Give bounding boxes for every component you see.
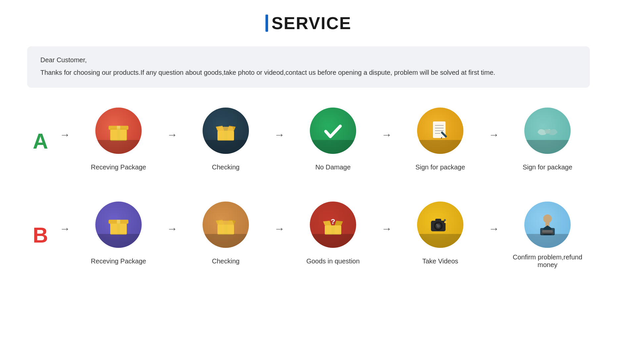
step-a-nodamage: No Damage	[291, 108, 375, 175]
step-a-sign2: Sign for package	[505, 108, 590, 175]
svg-rect-28	[331, 225, 335, 235]
arrow-a2: →	[268, 129, 291, 141]
flow-row-a: A → Receving Package →	[27, 108, 590, 175]
arrow-b2: →	[268, 223, 291, 235]
label-a-receiving: Receving Package	[91, 159, 146, 175]
flow-row-b: B → Receving Package →	[27, 202, 590, 269]
label-a-sign2: Sign for package	[523, 159, 572, 175]
label-a-checking: Checking	[212, 159, 239, 175]
arrow-b0: →	[54, 223, 76, 235]
notice-text: Thanks for choosing our products.If any …	[40, 67, 577, 78]
icon-receiving-b	[95, 202, 142, 248]
arrow-a3: →	[375, 129, 398, 141]
svg-rect-23	[224, 225, 227, 235]
svg-point-40	[543, 214, 552, 223]
notice-dear: Dear Customer,	[40, 56, 577, 64]
svg-marker-30	[335, 221, 343, 225]
step-a-receiving: Receving Package	[76, 108, 161, 175]
label-b-checking: Checking	[212, 253, 239, 269]
arrow-a0: →	[54, 129, 76, 141]
svg-rect-38	[444, 221, 447, 223]
icon-no-damage	[310, 108, 356, 154]
label-a-sign1: Sign for package	[415, 159, 465, 175]
arrow-a4: →	[483, 129, 505, 141]
svg-rect-45	[542, 230, 553, 233]
step-b-receiving: Receving Package	[76, 202, 161, 269]
step-b-confirm-refund: Confirm problem,refund money	[505, 202, 590, 269]
label-b-goods-question: Goods in question	[306, 253, 359, 269]
icon-receiving-a	[95, 108, 142, 154]
icon-sign-a	[417, 108, 463, 154]
arrow-b4: →	[483, 223, 505, 235]
arrow-b1: →	[161, 223, 183, 235]
svg-marker-9	[217, 127, 234, 131]
icon-checking-a	[203, 108, 249, 154]
arrow-a1: →	[161, 129, 183, 141]
title-accent-bar	[265, 15, 268, 32]
label-a-nodamage: No Damage	[315, 159, 351, 175]
step-a-sign1: Sign for package	[398, 108, 483, 175]
svg-rect-4	[117, 129, 120, 141]
icon-confirm-refund	[524, 202, 571, 248]
icon-checking-b	[203, 202, 249, 248]
icon-take-videos	[417, 202, 463, 248]
icon-handshake	[524, 108, 571, 154]
icon-goods-question: ?	[310, 202, 356, 248]
step-b-goods-question: ? Goods in question	[291, 202, 375, 269]
svg-point-37	[436, 224, 438, 225]
svg-point-39	[444, 219, 446, 221]
svg-marker-29	[323, 221, 331, 225]
notice-box: Dear Customer, Thanks for choosing our p…	[27, 46, 590, 88]
svg-rect-6	[224, 131, 227, 141]
step-b-take-videos: Take Videos	[398, 202, 483, 269]
svg-text:?: ?	[331, 217, 335, 226]
page-title: SERVICE	[271, 13, 351, 33]
page-title-section: SERVICE	[265, 13, 351, 33]
svg-point-17	[545, 130, 550, 134]
step-b-checking: Checking	[183, 202, 268, 269]
label-b-receiving: Receving Package	[91, 253, 146, 269]
flow-section: A → Receving Package →	[27, 108, 590, 269]
label-b-take-videos: Take Videos	[422, 253, 458, 269]
svg-rect-33	[435, 219, 441, 222]
step-a-checking: Checking	[183, 108, 268, 175]
arrow-b3: →	[375, 223, 398, 235]
svg-marker-26	[217, 221, 234, 225]
letter-a: A	[27, 129, 54, 154]
letter-b: B	[27, 223, 54, 248]
label-b-confirm-refund: Confirm problem,refund money	[505, 253, 590, 269]
svg-rect-21	[117, 223, 120, 235]
